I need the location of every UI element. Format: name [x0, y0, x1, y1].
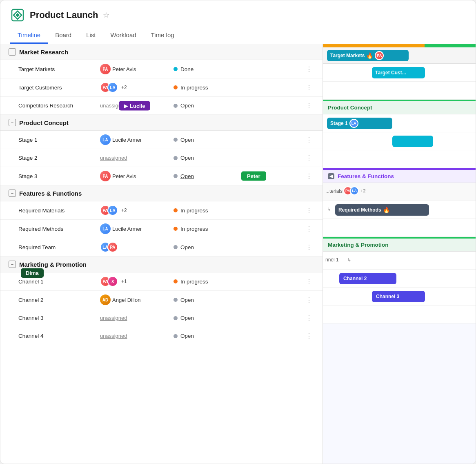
- row-menu[interactable]: ⋮: [304, 154, 314, 162]
- collapse-features-functions[interactable]: −: [9, 190, 16, 197]
- status-text: Open: [180, 333, 194, 339]
- table-row: Stage 2 unassigned Open ⋮: [0, 149, 323, 167]
- row-menu[interactable]: ⋮: [304, 314, 314, 322]
- section-market-research: − Market Research: [0, 44, 323, 60]
- status-text: Open: [180, 297, 194, 303]
- status-dot: [173, 85, 178, 89]
- plus-badge: +1: [121, 279, 127, 284]
- status-area: Open: [173, 173, 231, 179]
- nav-tabs: Timeline Board List Workload Time log: [10, 28, 466, 44]
- gantt-bar-channel3: Channel 3: [372, 291, 425, 302]
- gantt-row-stage1: Stage 1 LA: [323, 114, 476, 132]
- plus-badge: +2: [360, 188, 366, 193]
- svg-marker-2: [16, 13, 20, 17]
- status-dot: [173, 156, 178, 160]
- assignee-label: Peter Avis: [112, 66, 136, 72]
- task-name: Required Team: [18, 244, 100, 250]
- status-dot: [173, 174, 178, 178]
- task-name: Target Markets: [18, 66, 100, 72]
- assignee-area: unassigned: [100, 155, 173, 161]
- gantt-row-competitors: [323, 82, 476, 100]
- status-text: Open: [180, 155, 194, 161]
- avatar: PA: [100, 64, 111, 74]
- gantt-bar-stage2: [392, 136, 433, 147]
- gantt-section-market-research: Target Markets 🔥 PA: [323, 47, 476, 64]
- gantt-row-channel2: Channel 2: [323, 270, 476, 288]
- tab-workload[interactable]: Workload: [103, 28, 144, 44]
- status-dot: [173, 138, 178, 142]
- row-menu[interactable]: ⋮: [304, 102, 314, 109]
- avatar-group: PA X: [100, 276, 115, 287]
- collapse-marketing-promotion[interactable]: −: [9, 261, 16, 268]
- task-name: Target Customers: [18, 85, 100, 91]
- gantt-row-channel4: [323, 306, 476, 323]
- header: Product Launch ☆ Timeline Board List Wor…: [0, 0, 476, 44]
- status-area: Open: [173, 333, 231, 339]
- gantt-avatar: LA: [349, 119, 358, 128]
- status-text: Done: [180, 66, 194, 72]
- status-dot: [173, 104, 178, 108]
- status-area: In progress: [173, 207, 231, 214]
- row-menu[interactable]: ⋮: [304, 278, 314, 286]
- assignee-area: LA Lucile Armer: [100, 223, 173, 234]
- status-text: In progress: [180, 279, 208, 285]
- row-menu[interactable]: ⋮: [304, 296, 314, 304]
- star-icon[interactable]: ☆: [103, 11, 109, 20]
- gantt-section-label-features: ◀ Features & Functions: [323, 168, 476, 183]
- task-name: Channel 1: [18, 279, 100, 285]
- app-title: Product Launch: [30, 10, 98, 20]
- unassigned-label[interactable]: unassigned: [100, 315, 127, 321]
- tab-timelog[interactable]: Time log: [144, 28, 182, 44]
- assignee-label: Angel Dillon: [112, 297, 140, 303]
- gantt-row-required-methods: ↳ Required Methods 🔥: [323, 201, 476, 219]
- gantt-row-target-customers: Target Cust...: [323, 64, 476, 82]
- row-menu[interactable]: ⋮: [304, 243, 314, 251]
- gantt-panel: Target Markets 🔥 PA Target Cust... Produ…: [323, 44, 476, 464]
- collapse-product-concept[interactable]: −: [9, 119, 16, 126]
- row-menu[interactable]: ⋮: [304, 225, 314, 233]
- tab-timeline[interactable]: Timeline: [10, 28, 48, 44]
- row-menu[interactable]: ⋮: [304, 207, 314, 214]
- row-menu[interactable]: ⋮: [304, 172, 314, 180]
- app-logo: [10, 8, 25, 22]
- status-text: In progress: [180, 85, 208, 91]
- task-name: Channel 3: [18, 315, 100, 321]
- tooltip-dima: Dima: [21, 268, 44, 278]
- row-menu[interactable]: ⋮: [304, 332, 314, 340]
- avatar: PA: [107, 242, 118, 252]
- status-text: Open: [180, 315, 194, 321]
- orange-strip: [323, 44, 425, 47]
- gantt-materials-avatars: PA LA +2: [343, 186, 366, 195]
- tooltip-peter: Peter: [241, 172, 266, 181]
- status-dot: [173, 279, 178, 283]
- status-dot: [173, 245, 178, 249]
- row-menu[interactable]: ⋮: [304, 84, 314, 91]
- row-menu[interactable]: ⋮: [304, 65, 314, 73]
- status-area: Open: [173, 297, 231, 303]
- table-row: Channel 4 unassigned Open ⋮: [0, 327, 323, 345]
- gantt-row-channel1: nnel 1 ↳: [323, 252, 476, 270]
- status-text: Open: [180, 244, 194, 250]
- plus-badge: +2: [121, 85, 127, 90]
- gantt-section-label-marketing: Marketing & Promotion: [323, 237, 476, 252]
- gantt-bar-target-customers: Target Cust...: [372, 67, 425, 78]
- assignee-area: AD Angel Dillon: [100, 294, 173, 305]
- table-row: Stage 3 PA Peter Avis Open ⋮ Peter: [0, 167, 323, 185]
- assignee-area: PA LA +2: [100, 82, 173, 93]
- status-dot: [173, 316, 178, 320]
- unassigned-label[interactable]: unassigned: [100, 155, 127, 161]
- gantt-bar-stage1: Stage 1 LA: [327, 118, 392, 129]
- status-dot: [173, 208, 178, 212]
- assignee-area: unassigned: [100, 333, 173, 339]
- row-menu[interactable]: ⋮: [304, 136, 314, 144]
- collapse-market-research[interactable]: −: [9, 48, 16, 56]
- status-dot: [173, 227, 178, 231]
- main-content: − Market Research Target Markets PA Pete…: [0, 44, 476, 464]
- task-name: Stage 3: [18, 173, 100, 179]
- assignee-area: PA X +1: [100, 276, 173, 287]
- tab-board[interactable]: Board: [48, 28, 79, 44]
- table-row: Required Team LA PA Open ⋮: [0, 238, 323, 257]
- unassigned-label[interactable]: unassigned: [100, 333, 127, 339]
- tab-list[interactable]: List: [79, 28, 103, 44]
- status-area: Open: [173, 244, 231, 250]
